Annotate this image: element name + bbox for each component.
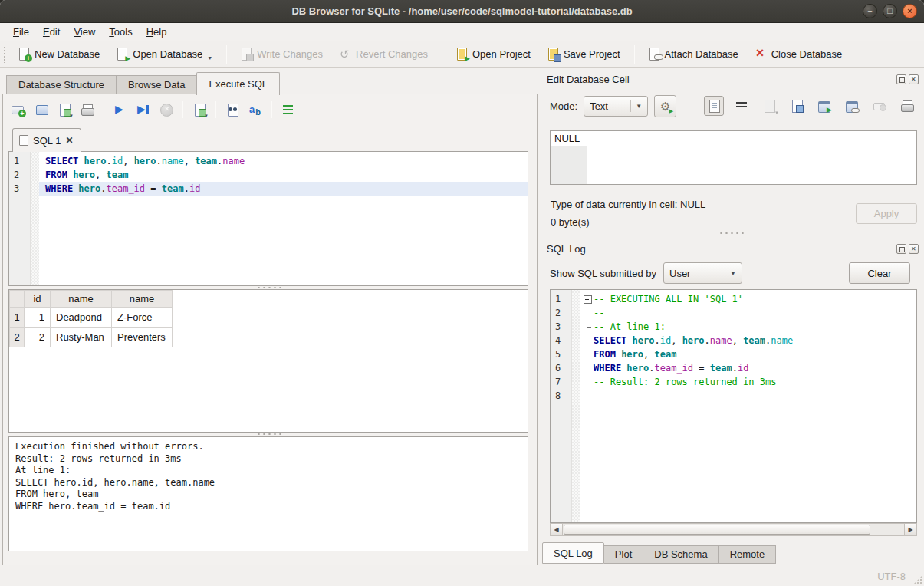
- import-data-button: ▼: [759, 96, 779, 116]
- menu-tools[interactable]: Tools: [102, 25, 139, 39]
- auto-format-button[interactable]: [246, 100, 265, 119]
- dock-tab-plot[interactable]: Plot: [604, 545, 643, 564]
- cell[interactable]: Z-Force: [112, 308, 173, 328]
- line-number: 6: [551, 361, 571, 375]
- dock-tab-remote[interactable]: Remote: [718, 545, 777, 564]
- cell[interactable]: Rusty-Man: [51, 328, 112, 347]
- toolbar-handle[interactable]: [3, 46, 7, 63]
- stop-button: [157, 100, 176, 119]
- minimize-button[interactable]: −: [863, 4, 877, 18]
- open-sql-file-button[interactable]: [32, 100, 51, 119]
- close-dock-icon[interactable]: [909, 74, 919, 84]
- cell-type-info: Type of data currently in cell: NULL: [551, 199, 705, 210]
- close-database-button[interactable]: Close Database: [748, 44, 850, 65]
- tab-browse-data[interactable]: Browse Data: [116, 75, 196, 94]
- float-dock-icon[interactable]: [896, 244, 906, 254]
- print-cell-button[interactable]: [897, 96, 917, 116]
- cell[interactable]: 1: [25, 308, 51, 328]
- close-sql-tab-icon[interactable]: ✕: [65, 135, 73, 146]
- save-as-button[interactable]: [787, 96, 807, 116]
- close-dock-icon[interactable]: [909, 244, 919, 254]
- float-dock-icon[interactable]: [896, 74, 906, 84]
- cell[interactable]: Preventers: [112, 328, 173, 347]
- menu-help[interactable]: Help: [140, 25, 174, 39]
- dock-tab-db-schema[interactable]: DB Schema: [643, 545, 718, 564]
- mode-select[interactable]: Text ▼: [584, 96, 648, 117]
- clear-log-button[interactable]: Clear: [849, 262, 910, 284]
- write-changes-button: Write Changes: [234, 44, 330, 65]
- column-header-name[interactable]: name: [51, 291, 112, 308]
- log-horizontal-scrollbar[interactable]: ◀ ▶: [550, 523, 917, 536]
- main-toolbar: New DatabaseOpen Database▼Write ChangesR…: [0, 41, 924, 68]
- find-in-sql-button[interactable]: [223, 100, 242, 119]
- scroll-right-icon[interactable]: ▶: [904, 524, 916, 535]
- open-project-button[interactable]: Open Project: [449, 44, 538, 65]
- save-results-button[interactable]: ▼: [190, 100, 209, 119]
- toolbar-separator: [271, 101, 272, 118]
- line-number: 7: [551, 375, 571, 389]
- toggle-word-wrap-button[interactable]: [279, 100, 298, 119]
- print-sql-button[interactable]: [78, 100, 97, 119]
- fold-corner-icon: [583, 320, 594, 334]
- new-sql-tab-button[interactable]: [9, 100, 28, 119]
- close-button[interactable]: ×: [903, 4, 917, 18]
- dock-splitter[interactable]: [541, 232, 924, 235]
- sql-editor[interactable]: 1SELECT hero.id, hero.name, team.name2FR…: [8, 151, 528, 286]
- log-filter-select[interactable]: User ▼: [663, 262, 742, 284]
- scrollbar-thumb[interactable]: [564, 525, 870, 535]
- tab-execute-sql[interactable]: Execute SQL: [196, 72, 280, 95]
- fold-margin: [583, 334, 594, 347]
- column-header-id[interactable]: id: [25, 291, 51, 308]
- chevron-down-icon: ▼: [774, 110, 779, 115]
- menu-view[interactable]: View: [67, 25, 102, 39]
- new-database-button[interactable]: New Database: [12, 44, 107, 65]
- cell[interactable]: 2: [25, 328, 51, 347]
- menu-file[interactable]: File: [6, 25, 36, 39]
- text-mode-button[interactable]: [704, 96, 724, 116]
- tab-database-structure[interactable]: Database Structure: [6, 75, 116, 94]
- save-project-button[interactable]: Save Project: [541, 44, 627, 65]
- save-sql-file-button[interactable]: ▼: [55, 100, 74, 119]
- find-in-sql-icon: [225, 103, 239, 117]
- scroll-left-icon[interactable]: ◀: [551, 524, 563, 535]
- column-header-name[interactable]: name: [112, 291, 173, 308]
- toolbar-separator: [182, 101, 183, 118]
- resize-grip[interactable]: [913, 575, 922, 584]
- close-database-icon: [755, 48, 768, 61]
- sql-file-tab[interactable]: SQL 1 ✕: [12, 128, 81, 152]
- apply-button[interactable]: Apply: [856, 203, 917, 224]
- execute-all-button[interactable]: [111, 100, 130, 119]
- sql-file-icon: [19, 135, 28, 146]
- results-grid[interactable]: idnamename11DeadpondZ-Force22Rusty-ManPr…: [8, 289, 528, 433]
- word-wrap-button[interactable]: [732, 96, 751, 116]
- line-number: 2: [9, 168, 30, 182]
- sql-log-view[interactable]: 1-- EXECUTING ALL IN 'SQL 1'2--3-- At li…: [550, 289, 917, 523]
- menu-edit[interactable]: Edit: [36, 25, 67, 39]
- cell-editor[interactable]: NULL: [550, 130, 917, 185]
- attach-database-button[interactable]: Attach Database: [642, 44, 745, 65]
- cell-size-info: 0 byte(s): [551, 216, 590, 228]
- auto-switch-mode-button[interactable]: ⚙: [654, 95, 676, 117]
- copy-link-button[interactable]: [842, 96, 862, 116]
- right-pane: Edit Database Cell Mode: Text ▼ ⚙ ▼ NULL: [541, 68, 924, 586]
- dock-tab-sql-log[interactable]: SQL Log: [542, 542, 604, 564]
- chevron-down-icon: ▼: [204, 114, 209, 118]
- open-database-button[interactable]: Open Database▼: [110, 44, 219, 65]
- toolbar-separator: [442, 45, 442, 64]
- execute-current-line-icon: [136, 103, 150, 117]
- fold-margin: [583, 347, 594, 361]
- open-project-icon: [455, 48, 469, 61]
- execute-current-line-button[interactable]: [134, 100, 153, 119]
- edit-cell-dock-title: Edit Database Cell: [547, 72, 919, 86]
- line-number: 2: [551, 306, 571, 320]
- maximize-button[interactable]: □: [883, 4, 897, 18]
- export-data-button[interactable]: [814, 96, 834, 116]
- code-line: 5FROM hero, team: [551, 347, 916, 361]
- status-line: SELECT hero.id, hero.name, team.name: [15, 477, 521, 489]
- status-line: FROM hero, team: [15, 489, 521, 501]
- encoding-indicator[interactable]: UTF-8: [877, 571, 906, 582]
- mode-value: Text: [590, 100, 624, 112]
- line-number: 3: [9, 182, 30, 196]
- set-null-button: [870, 96, 889, 116]
- cell[interactable]: Deadpond: [51, 308, 112, 328]
